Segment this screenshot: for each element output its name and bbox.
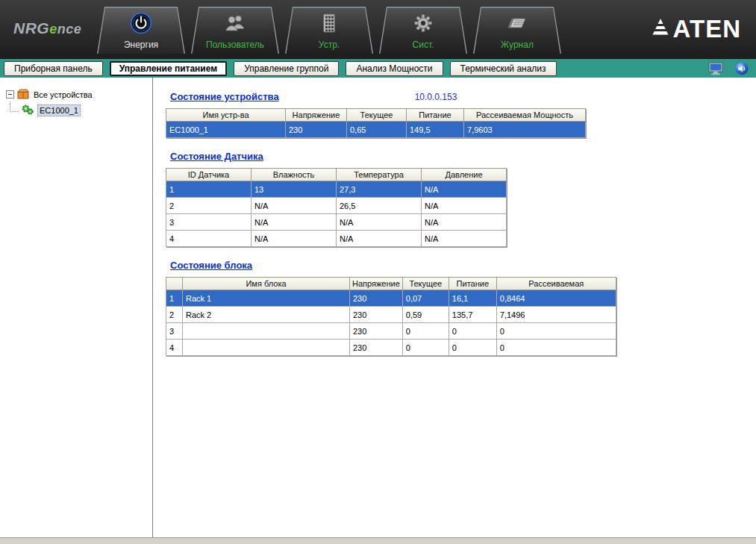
aten-brand-text: ATEN [673,15,741,43]
speaker-icon[interactable] [735,62,749,75]
sensor-status-title: Состояние Датчика [170,151,263,162]
tab-user[interactable]: Пользователь [191,7,279,54]
table-cell: N/A [422,214,507,231]
gears-icon [21,104,34,117]
main-tabs: Энергия Поль [97,7,561,58]
table-row[interactable]: 3N/AN/AN/A [166,214,507,231]
table-cell: 13 [252,181,337,198]
tab-label: Энергия [124,40,158,50]
table-cell: 4 [166,231,252,247]
subnav-power-management-button[interactable]: Управление питанием [110,61,227,76]
table-cell: 0,8464 [496,290,616,307]
power-icon [130,12,152,37]
table-cell: 0 [402,323,449,340]
box-icon [17,89,29,101]
table-cell: 1 [166,290,183,307]
subnav-icons [708,62,749,75]
tree-expander-icon[interactable] [6,90,14,99]
table-cell: 4 [166,340,183,356]
column-header: Напряжение [286,109,347,122]
table-row[interactable]: 1Rack 12300,0716,10,8464 [166,290,616,307]
tree-connector [10,111,19,112]
column-header: Рассеиваемая [496,278,616,290]
tab-label: Сист. [413,40,434,50]
table-cell [183,340,350,356]
tree-item-ec1000[interactable]: EC1000_1 [0,102,152,118]
table-cell: 230 [350,340,403,356]
column-header: Давление [422,169,507,181]
tree-item-all-devices[interactable]: Все устройства [0,87,152,102]
tab-label: Журнал [501,40,534,50]
column-header: Имя блока [183,278,350,290]
table-row[interactable]: 2N/A26,5N/A [166,198,507,214]
column-header: ID Датчика [166,169,252,181]
journal-icon [506,12,528,37]
tab-system[interactable]: Сист. [379,7,467,54]
tab-devices[interactable]: Устр. [285,7,373,54]
table-cell: N/A [337,231,422,247]
table-cell: 7,9603 [464,122,586,138]
aten-logo: ATEN [649,15,741,43]
column-header: Текущее [347,109,407,122]
subnav-dashboard-button[interactable]: Приборная панель [4,61,103,76]
table-cell: 135,7 [449,307,496,323]
table-cell: 7,1496 [496,307,616,323]
table-cell [183,323,350,340]
table-row[interactable]: 3230000 [166,323,616,340]
table-cell: 0,65 [347,122,407,138]
table-cell: 0,07 [402,290,449,307]
table-cell: 149,5 [407,122,464,138]
table-cell: N/A [252,214,337,231]
table-cell: 1 [166,181,252,198]
column-header: Питание [449,278,496,290]
tab-log[interactable]: Журнал [473,7,561,54]
device-tree-panel: Все устройства EC1000_1 [0,78,153,537]
main-body: Все устройства EC1000_1 Состояние устрой… [0,78,756,537]
table-cell: EC1000_1 [166,122,286,138]
table-cell: 0 [496,340,616,356]
device-status-title: Состояние устройства [170,91,279,102]
logo-nrg: NRG [13,19,49,37]
subnav-bar: Приборная панель Управление питанием Упр… [0,58,756,78]
device-ip-address: 10.0.0.153 [415,92,457,102]
tree-label-all-devices[interactable]: Все устройства [32,90,94,100]
column-header: Имя устр-ва [166,109,286,122]
column-header: Текущее [402,278,449,290]
horizontal-scrollbar[interactable] [0,537,756,544]
monitor-icon[interactable] [708,62,723,75]
logo-e: e [49,22,57,37]
app-window: NRGence Энергия [0,0,756,544]
table-cell: N/A [252,231,337,247]
table-cell: 0 [402,340,449,356]
table-cell: 230 [350,290,403,307]
table-row[interactable]: 2Rack 22300,59135,77,1496 [166,307,616,323]
table-cell: 3 [166,214,252,231]
table-row[interactable]: 4N/AN/AN/A [166,231,507,247]
table-row[interactable]: 11327,3N/A [166,181,507,198]
tab-energy[interactable]: Энергия [97,7,185,54]
table-cell: 3 [166,323,183,340]
table-cell: 0 [449,323,496,340]
bank-status-title: Состояние блока [170,260,252,271]
column-header: Напряжение [350,278,403,290]
table-cell: 0 [449,340,496,356]
subnav-group-management-button[interactable]: Управление группой [234,61,339,76]
aten-triangle-icon [649,19,672,40]
header-row: Имя устр-ваНапряжениеТекущееПитаниеРассе… [166,109,586,122]
table-cell: N/A [337,214,422,231]
tree-label-ec1000[interactable]: EC1000_1 [37,104,81,116]
table-row[interactable]: 4230000 [166,340,616,356]
table-cell: Rack 2 [183,307,350,323]
subnav-power-analysis-button[interactable]: Анализ Мощности [346,61,443,76]
device-status-table[interactable]: Имя устр-ваНапряжениеТекущееПитаниеРассе… [166,108,586,138]
header-row: Имя блокаНапряжениеТекущееПитаниеРассеив… [166,278,616,290]
top-bar: NRGence Энергия [0,0,756,58]
content-panel: Состояние устройства 10.0.0.153 Имя устр… [153,78,756,537]
table-cell: 0 [496,323,616,340]
column-header [166,278,183,290]
table-row[interactable]: EC1000_12300,65149,57,9603 [166,122,586,138]
bank-status-table[interactable]: Имя блокаНапряжениеТекущееПитаниеРассеив… [166,277,616,356]
sensor-status-table[interactable]: ID ДатчикаВлажностьТемператураДавление11… [166,168,507,247]
table-cell: 230 [350,323,403,340]
subnav-thermal-analysis-button[interactable]: Термический анализ [450,61,557,76]
